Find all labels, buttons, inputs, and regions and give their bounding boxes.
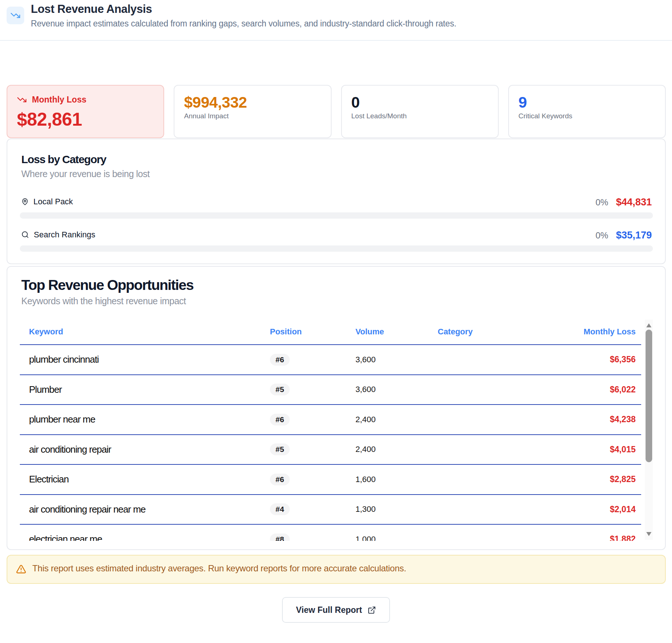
category-amount: $35,179 xyxy=(616,230,652,241)
cell-volume: 2,400 xyxy=(345,415,426,424)
section-title: Loss by Category xyxy=(21,153,652,166)
view-full-report-button[interactable]: View Full Report xyxy=(282,597,390,623)
stat-value: 0 xyxy=(351,94,488,111)
cell-keyword: air conditioning repair near me xyxy=(20,504,261,515)
column-header-volume[interactable]: Volume xyxy=(345,327,426,337)
position-badge: #6 xyxy=(270,354,290,366)
table-row: Electrician #6 1,600 $2,825 xyxy=(20,465,641,495)
column-header-category[interactable]: Category xyxy=(426,327,514,337)
cell-volume: 1,600 xyxy=(345,475,426,484)
cell-monthly-loss: $2,014 xyxy=(514,504,641,514)
cell-monthly-loss: $1,882 xyxy=(514,534,641,540)
cell-monthly-loss: $4,238 xyxy=(514,414,641,424)
cell-monthly-loss: $2,825 xyxy=(514,474,641,484)
table-row: Plumber #5 3,600 $6,022 xyxy=(20,375,641,405)
stat-value: 9 xyxy=(519,94,655,111)
warning-banner: This report uses estimated industry aver… xyxy=(7,555,666,584)
category-row-search-rankings: Search Rankings 0% $35,179 xyxy=(21,229,652,241)
scrollbar-thumb[interactable] xyxy=(646,330,652,462)
vertical-scrollbar[interactable] xyxy=(645,320,653,540)
search-icon xyxy=(21,231,29,238)
scrollbar-down-arrow-icon[interactable] xyxy=(646,532,651,536)
table-row: electrician near me #8 1,000 $1,882 xyxy=(20,525,641,541)
table-row: plumber cincinnati #6 3,600 $6,356 xyxy=(20,345,641,375)
stat-label: Critical Keywords xyxy=(519,111,655,121)
cell-keyword: air conditioning repair xyxy=(20,444,261,455)
view-full-report-label: View Full Report xyxy=(296,605,362,615)
cell-volume: 1,300 xyxy=(345,504,426,514)
warning-text: This report uses estimated industry aver… xyxy=(32,563,406,574)
stats-row: Monthly Loss $82,861 $994,332 Annual Imp… xyxy=(7,85,666,138)
column-header-keyword[interactable]: Keyword xyxy=(20,327,261,337)
column-header-position[interactable]: Position xyxy=(261,327,345,337)
cell-monthly-loss: $4,015 xyxy=(514,445,641,455)
stat-label: Monthly Loss xyxy=(32,94,86,105)
cell-keyword: plumber cincinnati xyxy=(20,354,261,365)
position-badge: #5 xyxy=(270,384,290,395)
position-badge: #8 xyxy=(270,534,290,541)
category-label: Search Rankings xyxy=(34,229,95,240)
table-scroll-area[interactable]: Keyword Position Volume Category Monthly… xyxy=(20,319,653,541)
external-link-icon xyxy=(368,606,376,614)
position-badge: #4 xyxy=(270,503,290,515)
cell-position: #6 xyxy=(261,474,345,485)
cell-keyword: Plumber xyxy=(20,384,261,395)
cell-position: #5 xyxy=(261,443,345,455)
cell-volume: 1,000 xyxy=(345,535,426,541)
cell-volume: 3,600 xyxy=(345,385,426,394)
table-row: plumber near me #6 2,400 $4,238 xyxy=(20,405,641,435)
cell-monthly-loss: $6,022 xyxy=(514,385,641,395)
column-header-monthly-loss[interactable]: Monthly Loss xyxy=(514,327,641,337)
cell-keyword: Electrician xyxy=(20,474,261,485)
map-pin-icon xyxy=(21,198,29,205)
cell-position: #6 xyxy=(261,414,345,425)
section-subtitle: Keywords with the highest revenue impact xyxy=(21,294,652,308)
stat-label: Annual Impact xyxy=(184,111,321,121)
stat-label: Lost Leads/Month xyxy=(351,111,488,121)
loss-by-category-card: Loss by Category Where your revenue is b… xyxy=(7,139,666,264)
trending-down-icon xyxy=(10,10,21,21)
cell-keyword: plumber near me xyxy=(20,414,261,425)
category-label: Local Pack xyxy=(33,196,73,207)
scrollbar-up-arrow-icon[interactable] xyxy=(646,323,651,327)
page-title: Lost Revenue Analysis xyxy=(31,3,456,15)
cell-position: #4 xyxy=(261,503,345,515)
page-subtitle: Revenue impact estimates calculated from… xyxy=(31,19,456,28)
stat-card-lost-leads: 0 Lost Leads/Month xyxy=(341,85,499,138)
page-header: Lost Revenue Analysis Revenue impact est… xyxy=(0,0,672,41)
cell-position: #6 xyxy=(261,354,345,366)
cell-keyword: electrician near me xyxy=(20,534,261,540)
stat-card-critical-keywords: 9 Critical Keywords xyxy=(508,85,666,138)
cell-position: #5 xyxy=(261,384,345,395)
stat-card-annual-impact: $994,332 Annual Impact xyxy=(174,85,331,138)
category-percent: 0% xyxy=(596,197,608,208)
stat-value: $994,332 xyxy=(184,94,321,111)
table-row: air conditioning repair near me #4 1,300… xyxy=(20,495,641,525)
section-title: Top Revenue Opportunities xyxy=(21,278,652,292)
cell-position: #8 xyxy=(261,534,345,541)
cell-volume: 2,400 xyxy=(345,445,426,454)
cell-monthly-loss: $6,356 xyxy=(514,355,641,364)
warning-triangle-icon xyxy=(16,564,26,575)
category-row-local-pack: Local Pack 0% $44,831 xyxy=(21,196,652,208)
category-percent: 0% xyxy=(596,230,608,241)
position-badge: #6 xyxy=(270,474,290,485)
category-amount: $44,831 xyxy=(616,197,652,208)
opportunities-table: Keyword Position Volume Category Monthly… xyxy=(20,319,641,541)
header-icon-box xyxy=(7,7,24,24)
table-row: air conditioning repair #5 2,400 $4,015 xyxy=(20,435,641,465)
progress-bar-search-rankings xyxy=(20,245,653,252)
stat-value: $82,861 xyxy=(17,109,154,130)
progress-bar-local-pack xyxy=(20,212,653,219)
table-header-row: Keyword Position Volume Category Monthly… xyxy=(20,319,641,345)
stat-card-monthly-loss: Monthly Loss $82,861 xyxy=(7,85,164,138)
section-subtitle: Where your revenue is being lost xyxy=(21,167,652,180)
top-revenue-opportunities-card: Top Revenue Opportunities Keywords with … xyxy=(7,266,666,550)
position-badge: #6 xyxy=(270,414,290,425)
cell-volume: 3,600 xyxy=(345,355,426,364)
position-badge: #5 xyxy=(270,443,290,455)
trending-down-icon xyxy=(17,95,27,105)
